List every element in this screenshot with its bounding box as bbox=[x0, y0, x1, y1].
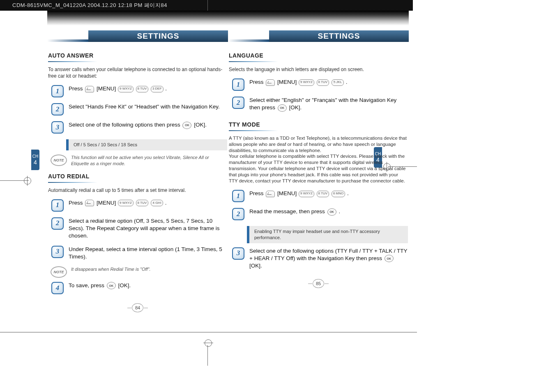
keypad-9-icon: 9 WXYZ bbox=[118, 86, 134, 92]
auto-answer-note: NOTE This function will not be active wh… bbox=[51, 154, 227, 167]
section-heading-tty: TTY MODE bbox=[229, 121, 408, 129]
step-number-icon: 2 bbox=[232, 208, 244, 220]
language-step-1: 1 Press [MENU] 9 WXYZ 8 TUV 5 JKL . bbox=[232, 78, 408, 91]
keypad-5-icon: 5 JKL bbox=[332, 79, 344, 86]
left-softkey-icon bbox=[266, 191, 275, 197]
file-header-text: CDM-8615VMC_M_041220A 2004.12.20 12:18 P… bbox=[12, 2, 167, 9]
manual-spread: CDM-8615VMC_M_041220A 2004.12.20 12:18 P… bbox=[0, 0, 555, 392]
step-number-icon: 3 bbox=[51, 246, 64, 258]
keypad-6-icon: 6 MNO bbox=[332, 191, 345, 197]
registration-mark-left bbox=[0, 177, 36, 185]
keypad-3-icon: 3 DEF bbox=[151, 86, 164, 92]
tty-step-1: 1 Press [MENU] 9 WXYZ 8 TUV 6 MNO . bbox=[232, 190, 408, 202]
auto-answer-step-3: 3 Select one of the following options th… bbox=[51, 121, 227, 134]
step-number-icon: 1 bbox=[51, 199, 64, 212]
auto-redial-note: NOTE It disappears when Redial Time is "… bbox=[51, 266, 227, 278]
auto-answer-step-2: 2 Select "Hands Free Kit" or "Headset" w… bbox=[51, 103, 227, 115]
chapter-tab-left: CH 4 bbox=[31, 150, 39, 170]
section-heading-auto-redial: AUTO REDIAL bbox=[48, 173, 227, 180]
language-intro: Selects the language in which letters ar… bbox=[229, 66, 408, 73]
step-number-icon: 1 bbox=[232, 190, 244, 202]
auto-answer-options: Off / 5 Secs / 10 Secs / 18 Secs bbox=[66, 139, 227, 150]
tty-step-2: 2 Read the message, then press OK . bbox=[232, 208, 408, 220]
step-number-icon: 3 bbox=[232, 247, 244, 260]
page-title-bar: SETTINGS bbox=[47, 27, 228, 42]
tty-warning-box: Enabling TTY may impair headset use and … bbox=[247, 226, 408, 243]
tty-intro: A TTY (also known as a TDD or Text Telep… bbox=[229, 135, 408, 184]
page-number-left: 84 bbox=[47, 303, 228, 312]
page-title-bar: SETTINGS bbox=[228, 27, 409, 42]
keypad-9-icon: 9 WXYZ bbox=[299, 191, 314, 197]
left-softkey-icon bbox=[85, 86, 94, 92]
left-softkey-icon bbox=[266, 79, 275, 86]
page-number-right: 85 bbox=[228, 279, 409, 288]
tty-step-3: 3 Select one of the following options (T… bbox=[232, 247, 408, 270]
keypad-9-icon: 9 WXYZ bbox=[118, 200, 134, 206]
ok-key-icon: OK bbox=[385, 255, 394, 262]
step-number-icon: 1 bbox=[232, 78, 244, 91]
cut-line bbox=[0, 332, 417, 332]
keypad-9-icon: 9 WXYZ bbox=[299, 79, 314, 86]
ok-key-icon: OK bbox=[107, 282, 116, 289]
keypad-4-icon: 4 GHI bbox=[151, 200, 163, 206]
ok-key-icon: OK bbox=[182, 122, 191, 129]
auto-redial-step-1: 1 Press [MENU] 9 WXYZ 8 TUV 4 GHI . bbox=[51, 199, 227, 212]
step-number-icon: 2 bbox=[51, 217, 64, 230]
step-number-icon: 4 bbox=[51, 282, 64, 294]
page-top-gradient bbox=[228, 11, 409, 25]
keypad-8-icon: 8 TUV bbox=[317, 191, 329, 197]
note-icon: NOTE bbox=[51, 154, 67, 166]
page-top-gradient bbox=[47, 11, 228, 25]
auto-redial-step-3: 3 Under Repeat, select a time interval o… bbox=[51, 246, 227, 261]
registration-mark-bottom bbox=[205, 337, 211, 366]
page-85: SETTINGS LANGUAGE Selects the language i… bbox=[228, 11, 409, 276]
keypad-8-icon: 8 TUV bbox=[136, 86, 149, 92]
step-number-icon: 2 bbox=[51, 103, 64, 115]
step-number-icon: 1 bbox=[51, 85, 64, 97]
section-heading-auto-answer: AUTO ANSWER bbox=[48, 52, 227, 60]
keypad-8-icon: 8 TUV bbox=[136, 200, 149, 206]
ok-key-icon: OK bbox=[327, 208, 336, 216]
auto-redial-intro: Automatically redial a call up to 5 time… bbox=[48, 187, 227, 194]
note-icon: NOTE bbox=[51, 266, 67, 278]
left-softkey-icon bbox=[85, 200, 94, 206]
auto-answer-intro: To answer calls when your cellular telep… bbox=[48, 66, 227, 79]
language-step-2: 2 Select either "English" or "Français" … bbox=[232, 97, 408, 112]
keypad-8-icon: 8 TUV bbox=[317, 79, 329, 86]
page-title: SETTINGS bbox=[269, 30, 409, 42]
auto-redial-step-2: 2 Select a redial time option (Off, 3 Se… bbox=[51, 217, 227, 240]
page-84: SETTINGS AUTO ANSWER To answer calls whe… bbox=[47, 11, 228, 300]
step-number-icon: 2 bbox=[232, 97, 244, 109]
auto-answer-step-1: 1 Press [MENU] 9 WXYZ 8 TUV 3 DEF . bbox=[51, 85, 227, 97]
page-title: SETTINGS bbox=[88, 30, 228, 42]
section-heading-language: LANGUAGE bbox=[229, 52, 408, 60]
auto-redial-step-4: 4 To save, press OK [OK]. bbox=[51, 282, 227, 294]
step-number-icon: 3 bbox=[51, 121, 64, 134]
ok-key-icon: OK bbox=[278, 104, 287, 112]
